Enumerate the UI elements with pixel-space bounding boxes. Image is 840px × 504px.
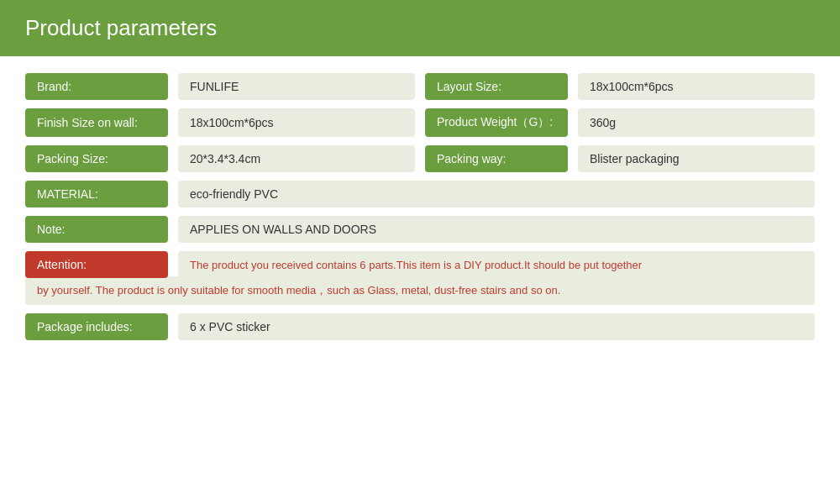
weight-label: Product Weight（G）:: [425, 108, 568, 137]
layout-label: Layout Size:: [425, 73, 568, 100]
weight-value: 360g: [578, 108, 815, 137]
row-material: MATERIAL: eco-friendly PVC: [25, 181, 815, 207]
attention-value: The product you received contains 6 part…: [178, 251, 815, 278]
attention-label: Attention:: [25, 251, 168, 278]
packing-way-label: Packing way:: [425, 145, 568, 172]
content-area: Brand: FUNLIFE Layout Size: 18x100cm*6pc…: [0, 56, 840, 365]
finish-value: 18x100cm*6pcs: [178, 108, 415, 137]
attention-continuation: by yourself. The product is only suitabl…: [25, 276, 815, 305]
col-packing-way: Packing way: Blister packaging: [425, 145, 815, 172]
col-brand: Brand: FUNLIFE: [25, 73, 415, 100]
packing-way-value: Blister packaging: [578, 145, 815, 172]
col-weight: Product Weight（G）: 360g: [425, 108, 815, 137]
row-finish-weight: Finish Size on wall: 18x100cm*6pcs Produ…: [25, 108, 815, 137]
note-value: APPLIES ON WALLS AND DOORS: [178, 216, 815, 243]
row-note: Note: APPLIES ON WALLS AND DOORS: [25, 216, 815, 243]
brand-value: FUNLIFE: [178, 73, 415, 100]
page-header: Product parameters: [0, 0, 840, 56]
note-label: Note:: [25, 216, 168, 243]
packing-value: 20*3.4*3.4cm: [178, 145, 415, 172]
package-label: Package includes:: [25, 313, 168, 340]
finish-label: Finish Size on wall:: [25, 108, 168, 137]
col-packing-size: Packing Size: 20*3.4*3.4cm: [25, 145, 415, 172]
material-label: MATERIAL:: [25, 181, 168, 207]
package-value: 6 x PVC sticker: [178, 313, 815, 340]
brand-label: Brand:: [25, 73, 168, 100]
packing-label: Packing Size:: [25, 145, 168, 172]
col-layout: Layout Size: 18x100cm*6pcs: [425, 73, 815, 100]
material-value: eco-friendly PVC: [178, 181, 815, 207]
row-brand-layout: Brand: FUNLIFE Layout Size: 18x100cm*6pc…: [25, 73, 815, 100]
col-finish: Finish Size on wall: 18x100cm*6pcs: [25, 108, 415, 137]
row-packing: Packing Size: 20*3.4*3.4cm Packing way: …: [25, 145, 815, 172]
page-title: Product parameters: [25, 15, 815, 41]
row-package: Package includes: 6 x PVC sticker: [25, 313, 815, 340]
layout-value: 18x100cm*6pcs: [578, 73, 815, 100]
row-attention: Attention: The product you received cont…: [25, 251, 815, 278]
